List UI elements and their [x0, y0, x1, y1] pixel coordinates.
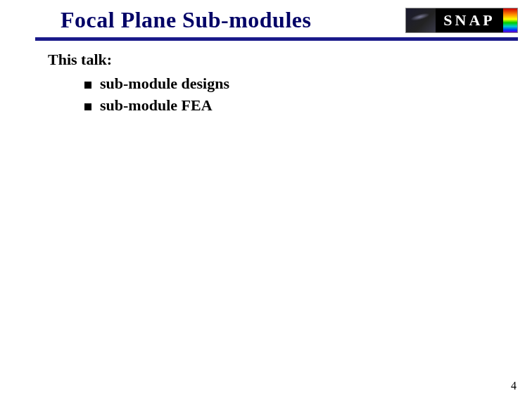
list-item: sub-module FEA — [84, 95, 532, 117]
bullet-text: sub-module designs — [100, 73, 229, 95]
logo-text: SNAP — [443, 11, 495, 30]
logo-galaxy-icon — [406, 8, 436, 32]
intro-text: This talk: — [48, 51, 532, 69]
bullet-text: sub-module FEA — [100, 95, 213, 117]
square-bullet-icon — [84, 82, 91, 89]
bullet-list: sub-module designs sub-module FEA — [48, 73, 532, 117]
square-bullet-icon — [84, 103, 91, 110]
snap-logo: SNAP — [405, 8, 518, 33]
page-number: 4 — [511, 380, 517, 392]
logo-text-wrap: SNAP — [436, 8, 503, 32]
logo-spectrum-icon — [503, 8, 517, 32]
list-item: sub-module designs — [84, 73, 532, 95]
header-row: Focal Plane Sub-modules SNAP — [0, 0, 532, 33]
slide-content: This talk: sub-module designs sub-module… — [0, 41, 532, 117]
slide-title: Focal Plane Sub-modules — [61, 7, 311, 33]
